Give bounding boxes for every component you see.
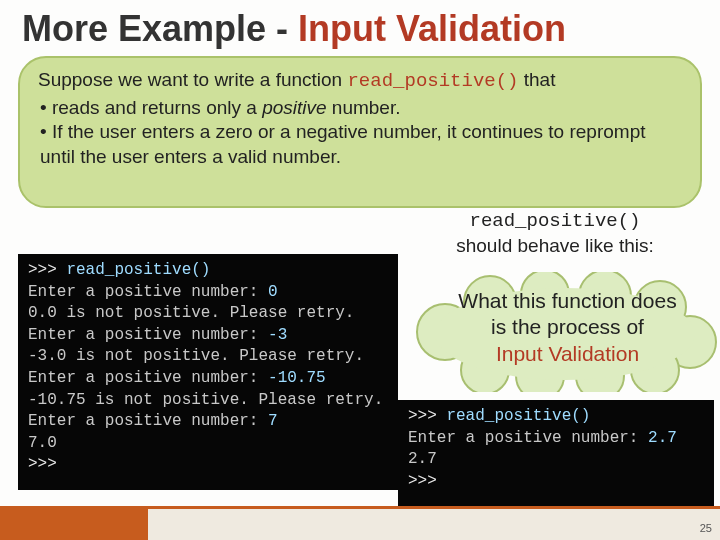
intro-text: number. — [327, 97, 401, 118]
note-text: should behave like this: — [456, 235, 654, 256]
intro-text: reads and returns only a — [52, 97, 262, 118]
slide-title: More Example - Input Validation — [0, 0, 720, 54]
intro-bullet-2: If the user enters a zero or a negative … — [38, 120, 682, 169]
footer-accent — [0, 509, 148, 540]
callout-bubble: What this function does is the process o… — [430, 288, 705, 367]
bubble-line: What this function does — [458, 289, 676, 312]
footer-bar — [0, 506, 720, 540]
repl-prompt: >>> — [28, 455, 57, 473]
footer-rest — [148, 509, 720, 540]
intro-bullet-1: reads and returns only a positive number… — [38, 96, 682, 121]
repl-output: -10.75 is not positive. Please retry. — [28, 391, 383, 409]
repl-input: read_positive() — [446, 407, 590, 425]
repl-prompt: >>> — [408, 472, 437, 490]
repl-input: read_positive() — [66, 261, 210, 279]
repl-output: Enter a positive number: — [28, 412, 268, 430]
repl-input: 2.7 — [648, 429, 677, 447]
repl-input: 0 — [268, 283, 278, 301]
code-inline: read_positive() — [469, 210, 640, 232]
repl-input: 7 — [268, 412, 278, 430]
repl-prompt: >>> — [408, 407, 446, 425]
repl-input: -10.75 — [268, 369, 326, 387]
repl-output: -3.0 is not positive. Please retry. — [28, 347, 364, 365]
repl-prompt: >>> — [28, 261, 66, 279]
intro-text: that — [519, 69, 556, 90]
repl-output: Enter a positive number: — [28, 326, 268, 344]
repl-output: 7.0 — [28, 434, 57, 452]
repl-output: 2.7 — [408, 450, 437, 468]
terminal-right: >>> read_positive() Enter a positive num… — [398, 400, 714, 508]
title-accent: Input Validation — [298, 8, 566, 49]
repl-output: 0.0 is not positive. Please retry. — [28, 304, 354, 322]
repl-output: Enter a positive number: — [408, 429, 648, 447]
repl-output: Enter a positive number: — [28, 283, 268, 301]
terminal-left: >>> read_positive() Enter a positive num… — [18, 254, 398, 490]
intro-em: positive — [262, 97, 326, 118]
intro-box: Suppose we want to write a function read… — [18, 56, 702, 208]
repl-input: -3 — [268, 326, 287, 344]
intro-text: Suppose we want to write a function — [38, 69, 347, 90]
code-inline: read_positive() — [347, 70, 518, 92]
intro-line1: Suppose we want to write a function read… — [38, 68, 682, 94]
note-box: read_positive() should behave like this: — [400, 208, 710, 258]
bubble-accent: Input Validation — [496, 342, 639, 365]
bubble-line: is the process of — [491, 315, 644, 338]
page-number: 25 — [700, 522, 712, 534]
title-prefix: More Example - — [22, 8, 298, 49]
repl-output: Enter a positive number: — [28, 369, 268, 387]
